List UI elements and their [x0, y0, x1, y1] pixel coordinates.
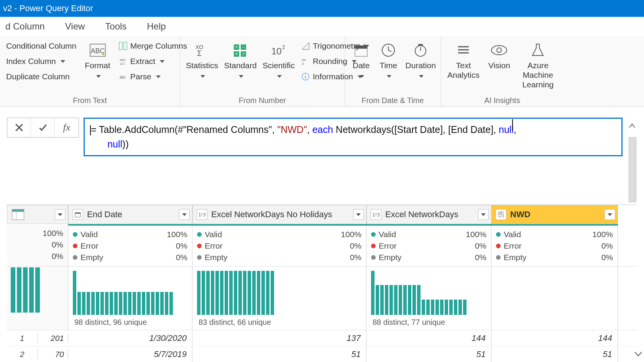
- parse-button[interactable]: abcParse: [117, 70, 189, 84]
- info-icon: i: [301, 72, 310, 81]
- azure-ml-button[interactable]: Azure Machine Learning: [517, 38, 559, 92]
- svg-text:i: i: [305, 74, 306, 80]
- formula-buttons: fx: [7, 118, 79, 138]
- filter-button[interactable]: [353, 209, 364, 220]
- format-button[interactable]: ABC Format: [82, 38, 113, 82]
- svg-line-29: [388, 50, 391, 52]
- svg-text:2: 2: [282, 44, 285, 50]
- group-from-datetime: From Date & Time: [350, 96, 436, 106]
- cancel-formula-button[interactable]: [7, 118, 31, 137]
- date-type-icon[interactable]: [72, 209, 83, 220]
- svg-rect-2: [119, 42, 122, 50]
- fx-button[interactable]: fx: [55, 118, 79, 137]
- flask-icon: [531, 43, 545, 58]
- svg-text:.0: .0: [301, 62, 304, 66]
- scientific-button[interactable]: 102 Scientific: [261, 38, 296, 82]
- conditional-column-button[interactable]: Conditional Column: [5, 39, 78, 53]
- window-title: v2 - Power Query Editor: [3, 3, 93, 13]
- hist-nwd: [491, 267, 618, 330]
- formula-input[interactable]: = Table.AddColumn(#"Renamed Columns", "N…: [84, 118, 623, 156]
- standard-button[interactable]: +−×÷ Standard: [223, 38, 258, 82]
- trig-icon: [301, 42, 310, 50]
- group-from-number: From Number: [185, 96, 340, 106]
- index-dropdown[interactable]: [55, 209, 66, 220]
- date-icon: [353, 43, 369, 58]
- merge-columns-button[interactable]: Merge Columns: [117, 39, 189, 53]
- text-analytics-button[interactable]: Text Analytics: [445, 38, 481, 82]
- group-from-text: From Text: [5, 96, 175, 106]
- tab-add-column[interactable]: d Column: [4, 18, 46, 35]
- duration-button[interactable]: Duration: [404, 38, 437, 82]
- svg-text:×: ×: [235, 51, 238, 57]
- quality-end-date: Valid Error Empty 100%0%0%: [68, 226, 192, 266]
- vision-icon: [491, 44, 508, 56]
- column-header-networkdays-no-holidays[interactable]: 123 Excel NetworkDays No Holidays: [192, 205, 366, 224]
- column-header-networkdays[interactable]: 123 Excel NetworkDays: [366, 205, 491, 224]
- expand-formula-button[interactable]: [627, 118, 637, 128]
- format-icon: ABC: [89, 43, 106, 58]
- filter-button[interactable]: [605, 209, 615, 220]
- text-cursor-icon: [512, 119, 513, 131]
- duplicate-column-button[interactable]: Duplicate Column: [5, 70, 78, 84]
- text-analytics-icon: [456, 44, 471, 57]
- scroll-down-button[interactable]: [633, 350, 643, 360]
- quality-nwd: Valid Error Empty 100%0%0%: [491, 226, 618, 266]
- table-row[interactable]: 2 70 5/7/2019 51 51 51: [7, 346, 637, 362]
- svg-text:Σ: Σ: [197, 49, 202, 57]
- svg-text:ABC: ABC: [120, 58, 126, 62]
- svg-rect-31: [418, 44, 423, 46]
- data-grid: End Date 123 Excel NetworkDays No Holida…: [7, 205, 637, 362]
- index-column-button[interactable]: Index Column: [5, 54, 78, 68]
- accept-formula-button[interactable]: [31, 118, 55, 137]
- quality-nwnoh: Valid Error Empty 100%0%0%: [192, 226, 366, 266]
- svg-text:÷: ÷: [242, 51, 245, 57]
- any-type-icon[interactable]: ABC123: [496, 209, 506, 220]
- table-row[interactable]: 1 201 1/30/2020 137 144 144: [7, 330, 637, 346]
- svg-point-36: [491, 46, 507, 55]
- table-icon[interactable]: [12, 209, 24, 220]
- svg-text:.00: .00: [301, 58, 306, 62]
- number-type-icon[interactable]: 123: [197, 209, 207, 220]
- tab-view[interactable]: View: [64, 18, 87, 35]
- merge-icon: [119, 42, 127, 50]
- formula-scrollbar[interactable]: [629, 137, 636, 202]
- histogram-row: 98 distinct, 96 unique 83 distinct, 66 u…: [7, 267, 637, 330]
- svg-text:+: +: [235, 44, 238, 50]
- tab-tools[interactable]: Tools: [104, 18, 128, 35]
- filter-button[interactable]: [478, 209, 489, 220]
- number-type-icon[interactable]: 123: [371, 209, 381, 220]
- time-button[interactable]: Time: [376, 38, 400, 82]
- svg-text:123: 123: [120, 62, 125, 66]
- vision-button[interactable]: Vision: [485, 38, 513, 72]
- check-icon: [38, 123, 48, 133]
- statistics-button[interactable]: XΟΣ Statistics: [185, 38, 219, 82]
- extract-button[interactable]: ABC123Extract: [117, 54, 189, 68]
- hist-nwnoh: 83 distinct, 66 unique: [192, 267, 366, 330]
- standard-icon: +−×÷: [232, 43, 248, 57]
- grid-body: 1 201 1/30/2020 137 144 144 2 70 5/7/201…: [7, 330, 637, 362]
- tab-help[interactable]: Help: [145, 18, 167, 35]
- formula-bar-row: fx = Table.AddColumn(#"Renamed Columns",…: [0, 107, 644, 159]
- ribbon: Conditional Column Index Column Duplicat…: [0, 36, 644, 107]
- svg-rect-39: [75, 213, 80, 214]
- parse-icon: abc: [119, 72, 127, 81]
- extract-icon: ABC123: [119, 57, 127, 66]
- hist-end-date: 98 distinct, 96 unique: [68, 267, 192, 330]
- scientific-icon: 102: [270, 43, 288, 57]
- svg-text:abc: abc: [120, 75, 126, 79]
- menu-bar: d Column View Tools Help: [0, 17, 644, 36]
- svg-text:−: −: [242, 44, 245, 50]
- index-header: [7, 205, 68, 224]
- column-header-nwd[interactable]: ABC123 NWD: [491, 205, 618, 224]
- group-ai-insights: AI Insights: [445, 96, 559, 106]
- sigma-icon: XΟΣ: [194, 43, 210, 57]
- column-header-end-date[interactable]: End Date: [68, 205, 192, 224]
- grid-header: End Date 123 Excel NetworkDays No Holida…: [7, 205, 637, 224]
- date-button[interactable]: Date: [350, 38, 373, 82]
- hist-nw: 88 distinct, 77 unique: [366, 267, 491, 330]
- chevron-down-icon: [633, 350, 643, 358]
- svg-point-37: [497, 48, 501, 52]
- quality-bar: 100% 0% 0% Valid Error Empty 100%0%0% Va…: [7, 226, 637, 267]
- quality-nw: Valid Error Empty 100%0%0%: [366, 226, 491, 266]
- filter-button[interactable]: [179, 209, 190, 220]
